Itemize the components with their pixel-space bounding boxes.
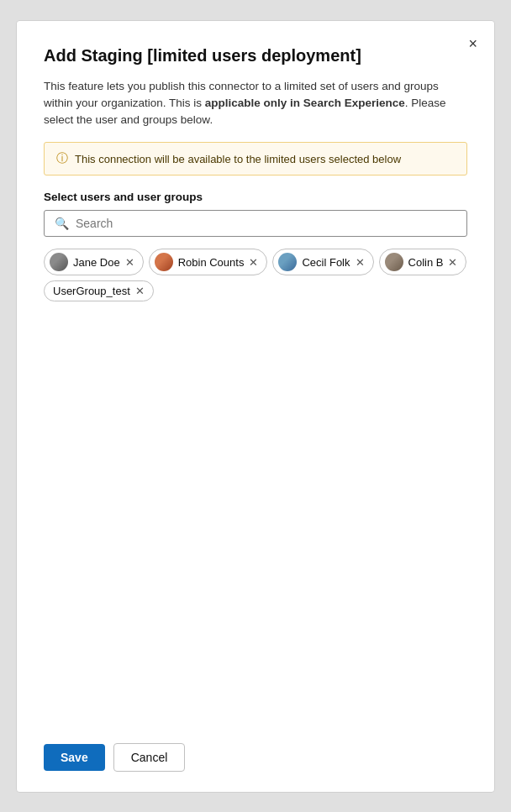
tag-jane-doe: Jane Doe ✕ xyxy=(44,249,144,275)
avatar-jane-doe xyxy=(50,253,68,271)
modal-footer: Save Cancel xyxy=(44,723,467,772)
remove-tag-usergroup-test[interactable]: ✕ xyxy=(135,286,145,296)
save-button[interactable]: Save xyxy=(44,744,105,771)
cancel-button[interactable]: Cancel xyxy=(113,743,186,772)
search-input-wrapper[interactable]: 🔍 xyxy=(44,210,467,237)
tag-label-colin-b: Colin B xyxy=(408,256,444,269)
modal-description: This feature lets you publish this conne… xyxy=(44,78,467,129)
tag-label-cecil-folk: Cecil Folk xyxy=(302,256,350,269)
avatar-colin-b xyxy=(385,253,403,271)
tag-colin-b: Colin B ✕ xyxy=(379,249,467,275)
tag-usergroup-test: UserGroup_test ✕ xyxy=(44,280,154,301)
description-bold: applicable only in Search Experience xyxy=(205,97,405,109)
avatar-robin-counts xyxy=(155,253,173,271)
tag-label-jane-doe: Jane Doe xyxy=(73,256,120,269)
info-banner-text: This connection will be available to the… xyxy=(75,153,401,165)
info-banner: ⓘ This connection will be available to t… xyxy=(44,142,467,175)
modal-dialog: × Add Staging [limited users deployment]… xyxy=(16,20,495,793)
tags-container: Jane Doe ✕ Robin Counts ✕ Cecil Folk ✕ C… xyxy=(44,245,467,305)
info-icon: ⓘ xyxy=(56,151,68,166)
modal-overlay: × Add Staging [limited users deployment]… xyxy=(0,0,511,812)
remove-tag-colin-b[interactable]: ✕ xyxy=(448,257,457,268)
remove-tag-jane-doe[interactable]: ✕ xyxy=(125,257,134,268)
tag-label-usergroup-test: UserGroup_test xyxy=(53,285,130,297)
remove-tag-cecil-folk[interactable]: ✕ xyxy=(356,257,365,268)
remove-tag-robin-counts[interactable]: ✕ xyxy=(249,257,258,268)
tag-robin-counts: Robin Counts ✕ xyxy=(149,249,268,275)
search-input[interactable] xyxy=(76,217,456,230)
section-label: Select users and user groups xyxy=(44,191,467,203)
tag-label-robin-counts: Robin Counts xyxy=(178,256,245,269)
modal-title: Add Staging [limited users deployment] xyxy=(44,45,467,66)
search-icon: 🔍 xyxy=(55,217,69,230)
avatar-cecil-folk xyxy=(278,253,297,271)
close-button[interactable]: × xyxy=(465,33,481,55)
tag-cecil-folk: Cecil Folk ✕ xyxy=(272,249,373,275)
